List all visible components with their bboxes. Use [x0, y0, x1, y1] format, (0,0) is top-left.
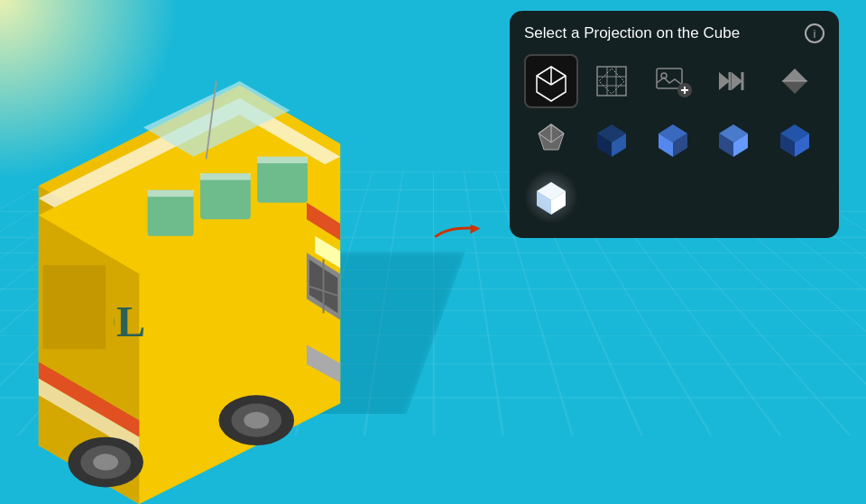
projection-blue-right[interactable] [706, 112, 760, 166]
projection-white-cube[interactable] [524, 170, 578, 224]
svg-rect-10 [200, 173, 251, 179]
projection-dark-cube[interactable] [585, 112, 639, 166]
bus-illustration: OOL [0, 35, 406, 504]
svg-rect-7 [200, 173, 251, 219]
bus-container: OOL [0, 35, 406, 504]
svg-marker-42 [599, 69, 624, 94]
projection-image-add[interactable] [646, 54, 700, 108]
svg-marker-48 [719, 72, 730, 90]
svg-line-36 [551, 76, 566, 85]
panel-header: Select a Projection on the Cube i [524, 23, 825, 43]
cursor-arrow [430, 219, 483, 245]
svg-rect-19 [43, 265, 106, 349]
projection-gem[interactable] [524, 112, 578, 166]
svg-marker-32 [469, 223, 482, 234]
svg-rect-11 [257, 157, 308, 163]
projection-panel: Select a Projection on the Cube i [510, 11, 839, 238]
projection-navy-cube[interactable] [768, 112, 822, 166]
svg-marker-52 [782, 69, 807, 81]
svg-rect-9 [148, 190, 194, 197]
info-icon[interactable]: i [805, 23, 825, 43]
projection-grid [524, 54, 825, 224]
svg-rect-37 [597, 67, 626, 96]
svg-rect-43 [657, 69, 682, 88]
svg-point-25 [244, 412, 269, 429]
projection-arrows[interactable] [706, 54, 760, 108]
projection-blue-left[interactable] [646, 112, 700, 166]
svg-marker-53 [782, 81, 807, 94]
svg-line-35 [537, 76, 551, 85]
projection-diamond[interactable] [768, 54, 822, 108]
panel-title: Select a Projection on the Cube [524, 24, 796, 42]
projection-wireframe-cube[interactable] [524, 54, 578, 108]
svg-marker-50 [732, 72, 742, 90]
svg-rect-8 [257, 157, 308, 203]
svg-point-22 [93, 454, 118, 471]
scene: OOL [0, 0, 866, 504]
svg-rect-6 [148, 190, 194, 236]
projection-grid[interactable] [585, 54, 639, 108]
